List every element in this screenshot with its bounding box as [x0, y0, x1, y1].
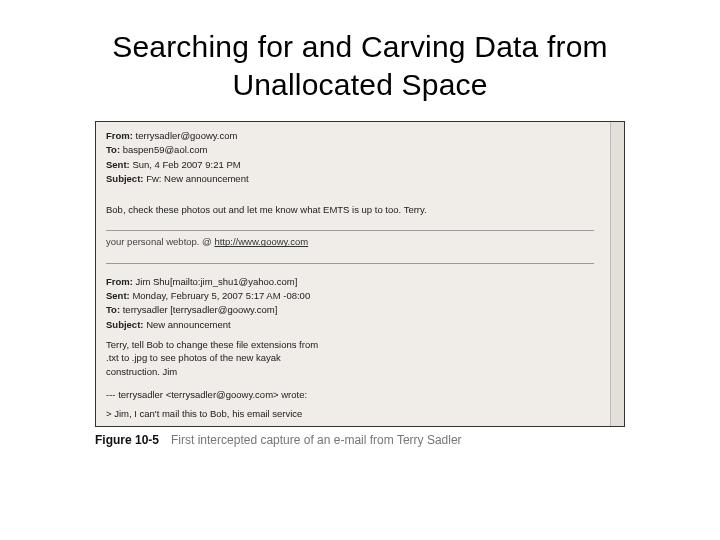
email2-sent-row: Sent: Monday, February 5, 2007 5:17 AM -…	[106, 289, 614, 302]
slide-title: Searching for and Carving Data from Unal…	[40, 28, 680, 103]
email2-to-row: To: terrysadler [terrysadler@goowy.com]	[106, 303, 614, 316]
figure-caption-row: Figure 10-5 First intercepted capture of…	[95, 433, 625, 447]
email1-webtop-line: your personal webtop. @ http://www.goowy…	[106, 235, 614, 248]
divider-2	[106, 263, 594, 264]
email1-from-value: terrysadler@goowy.com	[136, 130, 238, 141]
figure-container: From: terrysadler@goowy.com To: baspen59…	[95, 121, 625, 447]
scrollbar-gutter	[610, 122, 624, 426]
figure-caption-text: First intercepted capture of an e-mail f…	[171, 433, 462, 447]
email2-sent-value: Monday, February 5, 2007 5:17 AM -08:00	[132, 290, 310, 301]
email2-body-line1: Terry, tell Bob to change these file ext…	[106, 338, 614, 351]
email2-subject-row: Subject: New announcement	[106, 318, 614, 331]
spacer	[106, 268, 614, 274]
email1-sent-row: Sent: Sun, 4 Feb 2007 9:21 PM	[106, 158, 614, 171]
email2-subject-label: Subject:	[106, 319, 143, 330]
email1-webtop-prefix: your personal webtop. @	[106, 236, 214, 247]
email1-to-label: To:	[106, 144, 120, 155]
slide: Searching for and Carving Data from Unal…	[0, 0, 720, 540]
email1-sent-value: Sun, 4 Feb 2007 9:21 PM	[132, 159, 240, 170]
email1-subject-row: Subject: Fw: New announcement	[106, 172, 614, 185]
email1-subject-label: Subject:	[106, 173, 143, 184]
email1-to-value: baspen59@aol.com	[123, 144, 208, 155]
email1-to-row: To: baspen59@aol.com	[106, 143, 614, 156]
divider-1	[106, 230, 594, 231]
email2-from-value: Jim Shu[mailto:jim_shu1@yahoo.com]	[136, 276, 298, 287]
email1-from-row: From: terrysadler@goowy.com	[106, 129, 614, 142]
email2-to-value: terrysadler [terrysadler@goowy.com]	[123, 304, 278, 315]
email1-webtop-url: http://www.goowy.com	[214, 236, 308, 247]
email2-body-line3: construction. Jim	[106, 365, 614, 378]
email2-quote-separator: --- terrysadler <terrysadler@goowy.com> …	[106, 388, 614, 401]
email2-subject-value: New announcement	[146, 319, 231, 330]
email2-to-label: To:	[106, 304, 120, 315]
email2-body-line2: .txt to .jpg to see photos of the new ka…	[106, 351, 614, 364]
email1-subject-value: Fw: New announcement	[146, 173, 248, 184]
email1-body: Bob, check these photos out and let me k…	[106, 203, 614, 216]
email2-sent-label: Sent:	[106, 290, 130, 301]
email2-from-label: From:	[106, 276, 133, 287]
email1-sent-label: Sent:	[106, 159, 130, 170]
email1-from-label: From:	[106, 130, 133, 141]
email-screenshot: From: terrysadler@goowy.com To: baspen59…	[95, 121, 625, 427]
figure-label: Figure 10-5	[95, 433, 159, 447]
email2-quoted-line: > Jim, I can't mail this to Bob, his ema…	[106, 407, 614, 420]
email2-from-row: From: Jim Shu[mailto:jim_shu1@yahoo.com]	[106, 275, 614, 288]
